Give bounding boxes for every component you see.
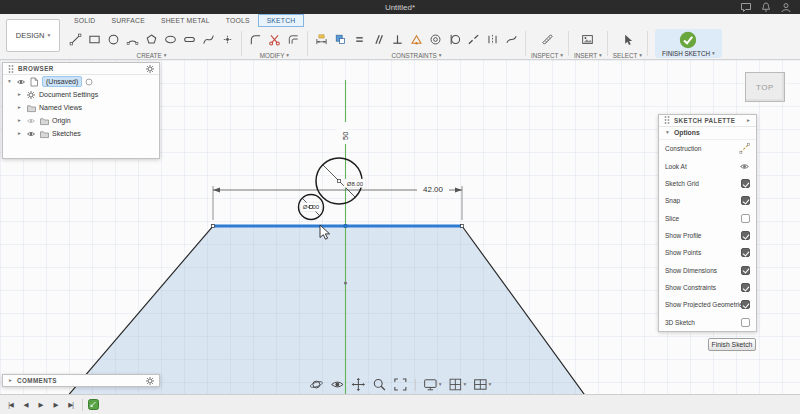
zoom-button[interactable] — [371, 376, 388, 393]
view-cube[interactable]: TOP — [742, 68, 788, 106]
timeline-play-button[interactable]: ▶ — [34, 398, 47, 412]
palette-item-snap[interactable]: Snap — [659, 192, 756, 209]
palette-item-sketch-grid[interactable]: Sketch Grid — [659, 175, 756, 192]
model-canvas[interactable]: 42.00 50 Ø8.00 Ø4.00 — [0, 60, 800, 394]
panel-settings-gear-icon[interactable] — [145, 376, 155, 386]
palette-header[interactable]: SKETCH PALETTE ▸ — [659, 115, 756, 127]
comment-icon[interactable] — [740, 2, 752, 13]
coincident-constraint-icon[interactable] — [332, 31, 349, 48]
create-dropdown[interactable]: CREATE ▾ — [137, 51, 167, 60]
equal-constraint-icon[interactable] — [351, 31, 368, 48]
expand-caret-icon[interactable]: ▸ — [16, 118, 23, 124]
palette-item-show-projected-geometries[interactable]: Show Projected Geometries — [659, 296, 756, 313]
comments-header[interactable]: ▸ COMMENTS — [3, 375, 159, 386]
checkbox[interactable] — [741, 318, 750, 327]
browser-item-sketches[interactable]: ▸ Sketches — [3, 127, 159, 140]
expand-caret-icon[interactable]: ▸ — [16, 105, 23, 111]
look-at-icon[interactable] — [739, 161, 750, 172]
inspect-dropdown[interactable]: INSPECT ▾ — [531, 51, 563, 60]
insert-image-icon[interactable] — [579, 31, 596, 48]
select-cursor-icon[interactable] — [619, 31, 636, 48]
line-tool-icon[interactable] — [67, 31, 84, 48]
workspace-switcher-button[interactable]: DESIGN ▾ — [6, 19, 60, 52]
visibility-eye-icon[interactable] — [16, 77, 26, 87]
symmetry-constraint-icon[interactable] — [484, 31, 501, 48]
palette-item-show-points[interactable]: Show Points — [659, 244, 756, 261]
select-dropdown[interactable]: SELECT ▾ — [613, 51, 642, 60]
checkbox[interactable] — [741, 179, 750, 188]
document-name[interactable]: (Unsaved) — [42, 76, 82, 87]
timeline-skip-start-button[interactable]: |◀ — [4, 398, 17, 412]
slot-tool-icon[interactable] — [181, 31, 198, 48]
tab-solid[interactable]: SOLID — [66, 14, 103, 27]
tangent-constraint-icon[interactable] — [446, 31, 463, 48]
browser-item-origin[interactable]: ▸ Origin — [3, 114, 159, 127]
display-settings-button[interactable]: ▾ — [422, 376, 443, 393]
panel-settings-gear-icon[interactable] — [145, 64, 155, 74]
dock-arrow-icon[interactable]: ▸ — [745, 118, 752, 124]
expand-caret-icon[interactable]: ▸ — [16, 92, 23, 98]
palette-item-3d-sketch[interactable]: 3D Sketch — [659, 314, 756, 331]
offset-tool-icon[interactable] — [285, 31, 302, 48]
finish-sketch-ribbon-button[interactable]: FINISH SKETCH ▾ — [655, 29, 722, 58]
checkbox[interactable] — [741, 300, 750, 309]
tab-sheet-metal[interactable]: SHEET METAL — [153, 14, 218, 27]
circle-tool-icon[interactable] — [105, 31, 122, 48]
checkbox[interactable] — [741, 248, 750, 257]
arc-tool-icon[interactable] — [124, 31, 141, 48]
measure-tool-icon[interactable] — [539, 31, 556, 48]
grid-and-snaps-button[interactable]: ▾ — [447, 376, 468, 393]
ellipse-tool-icon[interactable] — [162, 31, 179, 48]
visibility-eye-icon[interactable] — [26, 116, 36, 126]
collinear-constraint-icon[interactable] — [465, 31, 482, 48]
expand-caret-icon[interactable]: ▸ — [16, 131, 23, 137]
viewports-button[interactable]: ▾ — [471, 376, 492, 393]
parallel-constraint-icon[interactable] — [370, 31, 387, 48]
fillet-tool-icon[interactable] — [247, 31, 264, 48]
visibility-eye-icon[interactable] — [26, 129, 36, 139]
tab-surface[interactable]: SURFACE — [103, 14, 153, 27]
orbit-button[interactable] — [308, 376, 325, 393]
palette-item-look-at[interactable]: Look At — [659, 157, 756, 174]
expand-caret-icon[interactable]: ▾ — [6, 79, 13, 85]
expand-caret-icon[interactable]: ▸ — [7, 378, 14, 384]
trim-scissors-icon[interactable] — [266, 31, 283, 48]
palette-item-slice[interactable]: Slice — [659, 209, 756, 226]
palette-item-show-dimensions[interactable]: Show Dimensions — [659, 261, 756, 278]
look-at-button[interactable] — [329, 376, 346, 393]
polygon-tool-icon[interactable] — [143, 31, 160, 48]
perpendicular-constraint-icon[interactable] — [389, 31, 406, 48]
palette-item-construction[interactable]: Construction — [659, 140, 756, 157]
tab-sketch[interactable]: SKETCH — [258, 14, 305, 27]
midpoint-constraint-icon[interactable] — [408, 31, 425, 48]
tab-tools[interactable]: TOOLS — [218, 14, 258, 27]
browser-root-row[interactable]: ▾ (Unsaved) — [3, 75, 159, 88]
palette-item-show-constraints[interactable]: Show Constraints — [659, 279, 756, 296]
timeline-skip-end-button[interactable]: ▶| — [64, 398, 77, 412]
palette-item-show-profile[interactable]: Show Profile — [659, 227, 756, 244]
rectangle-tool-icon[interactable] — [86, 31, 103, 48]
notification-bell-icon[interactable] — [760, 2, 772, 13]
modify-dropdown[interactable]: MODIFY ▾ — [260, 51, 289, 60]
timeline-step-forward-button[interactable]: ▶ — [49, 398, 62, 412]
concentric-constraint-icon[interactable] — [427, 31, 444, 48]
checkbox[interactable] — [741, 214, 750, 223]
user-profile-icon[interactable] — [780, 2, 792, 13]
timeline-step-back-button[interactable]: ◀ — [19, 398, 32, 412]
options-section-header[interactable]: ▾ Options — [659, 127, 756, 140]
construction-toggle-icon[interactable] — [739, 143, 750, 154]
checkbox[interactable] — [741, 196, 750, 205]
point-tool-icon[interactable] — [219, 31, 236, 48]
constraints-dropdown[interactable]: CONSTRAINTS ▾ — [392, 51, 442, 60]
finish-sketch-button[interactable]: Finish Sketch — [708, 338, 756, 351]
browser-item-named-views[interactable]: ▸ Named Views — [3, 101, 159, 114]
checkbox[interactable] — [741, 283, 750, 292]
sketch-dimension-icon[interactable] — [313, 31, 330, 48]
insert-dropdown[interactable]: INSERT ▾ — [574, 51, 602, 60]
checkbox[interactable] — [741, 266, 750, 275]
browser-item-document-settings[interactable]: ▸ Document Settings — [3, 88, 159, 101]
fit-button[interactable] — [392, 376, 409, 393]
view-cube-face[interactable]: TOP — [745, 72, 785, 102]
browser-header[interactable]: BROWSER — [3, 63, 159, 75]
checkbox[interactable] — [741, 231, 750, 240]
